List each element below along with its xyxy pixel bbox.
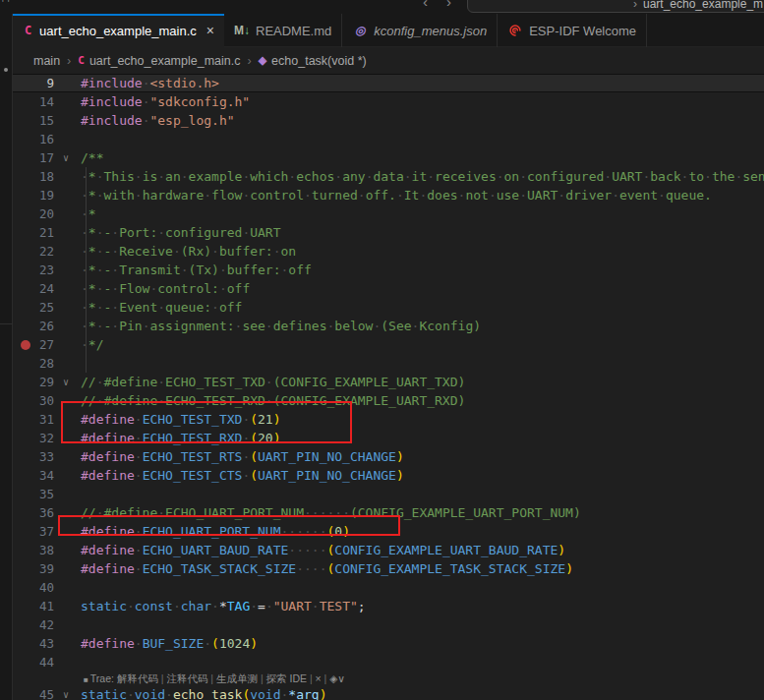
code-text[interactable]: #define·BUF_SIZE·(1024) [78,634,258,653]
code-line-25[interactable]: 25·*·-·Event·queue:·off [13,298,764,317]
breakpoint-gutter[interactable] [13,578,30,597]
code-text[interactable]: //·#define·ECHO_TEST_TXD·(CONFIG_EXAMPLE… [78,373,465,391]
breakpoint-gutter[interactable] [13,410,30,429]
code-line-15[interactable]: 15#include·"esp_log.h" [13,111,764,130]
breakpoint-gutter[interactable] [13,223,30,242]
code-text[interactable]: ·* [78,204,96,223]
line-number[interactable]: 30 [30,391,54,410]
code-text[interactable] [78,354,81,373]
code-line-43[interactable]: 43#define·BUF_SIZE·(1024) [13,634,764,653]
breadcrumb-item-file[interactable]: uart_echo_example_main.c [89,54,241,68]
breakpoint-gutter[interactable] [13,559,30,578]
code-line-22[interactable]: 22·*·-·Receive·(Rx)·buffer:·on [13,242,764,261]
code-text[interactable]: #define·ECHO_UART_BAUD_RATE·····(CONFIG_… [78,541,565,559]
line-number[interactable]: 14 [30,92,54,111]
breakpoint-gutter[interactable] [13,503,30,522]
tab-readme[interactable]: M↓ README.md [224,14,341,47]
code-text[interactable]: #include·"esp_log.h" [78,111,235,130]
line-number[interactable]: 22 [30,242,54,261]
code-editor[interactable]: 9#include·<stdio.h>14#include·"sdkconfig… [13,74,764,700]
breakpoint-gutter[interactable] [13,447,30,466]
code-text[interactable] [78,130,81,148]
line-number[interactable]: 17 [30,148,54,167]
line-number[interactable]: 44 [30,653,54,671]
code-line-39[interactable]: 39#define·ECHO_TASK_STACK_SIZE····(CONFI… [13,559,764,578]
code-line-29[interactable]: 29∨//·#define·ECHO_TEST_TXD·(CONFIG_EXAM… [13,373,764,391]
breakpoint-indicator[interactable] [21,340,30,350]
tab-uart-echo-example-main[interactable]: C uart_echo_example_main.c × [13,14,224,47]
line-number[interactable]: 27 [30,335,54,354]
code-line-23[interactable]: 23·*·-·Transmit·(Tx)·buffer:·off [13,261,764,279]
breakpoint-gutter[interactable] [13,685,30,700]
code-text[interactable]: #define·ECHO_TASK_STACK_SIZE····(CONFIG_… [78,559,573,578]
line-number[interactable]: 15 [30,111,54,130]
breakpoint-gutter[interactable] [13,597,30,615]
breakpoint-gutter[interactable] [13,279,30,298]
breakpoint-gutter[interactable] [13,130,30,148]
breakpoint-gutter[interactable] [13,111,30,130]
codelens-action[interactable]: 注释代码 [166,672,207,684]
tab-esp-idf-welcome[interactable]: ESP-IDF Welcome [497,14,646,47]
code-text[interactable]: static·void·echo_task(void·*arg) [78,685,327,700]
code-text[interactable]: ·*/ [78,335,103,354]
breakpoint-gutter[interactable] [13,335,30,354]
line-number[interactable]: 24 [30,279,54,298]
code-text[interactable]: #define·ECHO_TEST_RTS·(UART_PIN_NO_CHANG… [78,447,404,466]
code-line-34[interactable]: 34#define·ECHO_TEST_CTS·(UART_PIN_NO_CHA… [13,466,764,485]
codelens-action[interactable]: 解释代码 [117,672,158,684]
line-number[interactable]: 42 [30,615,54,634]
code-text[interactable]: ·*·This·is·an·example·which·echos·any·da… [78,167,764,186]
breakpoint-gutter[interactable] [13,298,30,317]
code-line-38[interactable]: 38#define·ECHO_UART_BAUD_RATE·····(CONFI… [13,541,764,559]
code-line-35[interactable]: 35 [13,485,764,503]
code-line-19[interactable]: 19·*·with·hardware·flow·control·turned·o… [13,186,764,204]
breakpoint-gutter[interactable] [13,167,30,186]
code-line-28[interactable]: 28 [13,354,764,373]
breakpoint-gutter[interactable] [13,466,30,485]
breakpoint-gutter[interactable] [13,634,30,653]
code-line-33[interactable]: 33#define·ECHO_TEST_RTS·(UART_PIN_NO_CHA… [13,447,764,466]
code-line-44[interactable]: 44 [13,653,764,671]
breakpoint-gutter[interactable] [13,242,30,261]
code-text[interactable]: #include·"sdkconfig.h" [78,92,250,111]
code-text[interactable]: ·*·-·Port:·configured·UART [78,223,281,242]
code-text[interactable]: #include·<stdio.h> [78,74,219,92]
line-number[interactable]: 20 [30,204,54,223]
nav-back-icon[interactable]: ‹ [423,0,428,10]
close-icon[interactable]: × [206,23,214,38]
code-text[interactable]: ·*·-·Pin·assignment:·see·defines·below·(… [78,317,481,335]
code-line-26[interactable]: 26·*·-·Pin·assignment:·see·defines·below… [13,317,764,335]
code-line-45[interactable]: 45∨static·void·echo_task(void·*arg) [13,685,764,700]
code-text[interactable]: ·*·-·Event·queue:·off [78,298,242,317]
line-number[interactable]: 41 [30,597,54,615]
code-line-40[interactable]: 40 [13,578,764,597]
line-number[interactable]: 26 [30,317,54,335]
breakpoint-gutter[interactable] [13,653,30,671]
codelens-action[interactable]: 生成单测 [216,672,258,684]
line-number[interactable]: 25 [30,298,54,317]
breakpoint-gutter[interactable] [13,148,30,167]
line-number[interactable]: 19 [30,186,54,204]
breakpoint-gutter[interactable] [13,373,30,391]
breadcrumb-item-symbol[interactable]: echo_task(void *) [271,54,367,68]
code-text[interactable] [78,485,81,503]
code-line-41[interactable]: 41static·const·char·*TAG·=·"UART·TEST"; [13,597,764,615]
fold-chevron-icon[interactable]: ∨ [54,373,78,391]
breakpoint-gutter[interactable] [13,615,30,634]
breakpoint-gutter[interactable] [13,186,30,204]
line-number[interactable]: 38 [30,541,54,559]
code-line-16[interactable]: 16 [13,130,764,148]
code-text[interactable] [78,578,81,597]
breakpoint-gutter[interactable] [13,92,30,111]
breakpoint-gutter[interactable] [13,317,30,335]
code-line-9[interactable]: 9#include·<stdio.h> [13,74,764,92]
breakpoint-gutter[interactable] [13,74,30,92]
line-number[interactable]: 23 [30,261,54,279]
nav-forward-icon[interactable]: › [446,0,451,10]
code-line-24[interactable]: 24·*·-·Flow·control:·off [13,279,764,298]
code-text[interactable] [78,615,81,634]
line-number[interactable]: 40 [30,578,54,597]
line-number[interactable]: 21 [30,223,54,242]
line-number[interactable]: 34 [30,466,54,485]
code-text[interactable] [78,653,81,671]
